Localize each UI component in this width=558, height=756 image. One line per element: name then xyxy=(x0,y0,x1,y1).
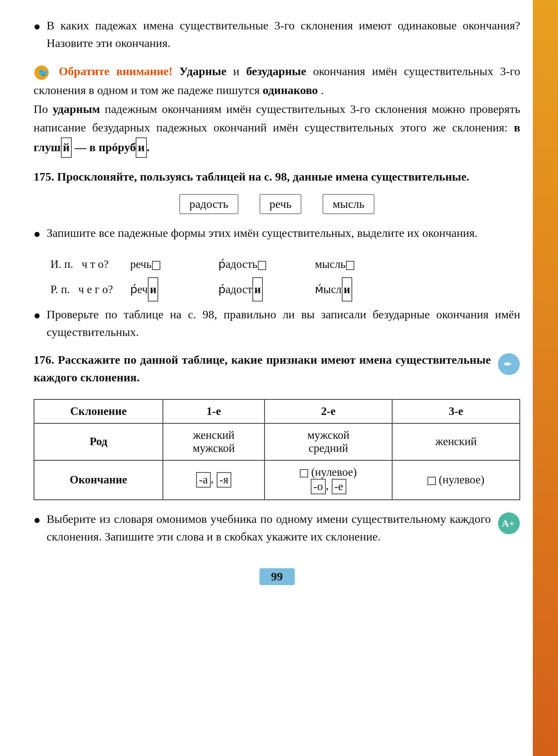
table-header-2e: 2-е xyxy=(265,399,392,423)
question-last: ● Выберите из словаря омонимов учебника … xyxy=(34,510,491,546)
ending-a: -а xyxy=(196,472,211,488)
word-box-radost: радость xyxy=(179,194,238,214)
right-border-decoration xyxy=(533,0,558,756)
table-row-okon: Окончание -а, -я (нулевое) -о, -е (нулев… xyxy=(34,460,520,500)
word-box-mysl: мысль xyxy=(322,194,375,214)
decl-label-2: Р. п. ч е г о? xyxy=(50,278,126,301)
bullet-last: ● xyxy=(34,511,41,529)
a-bookmark-icon: A+ xyxy=(498,512,520,535)
declension-rows: И. п. ч т о? речь р́адость мысль Р. п. ч… xyxy=(50,253,520,302)
svg-text:A+: A+ xyxy=(502,518,515,529)
exercise-175-header: 175. Просклоняйте, пользуясь таблицей на… xyxy=(34,168,520,186)
exercise-175-text: Просклоняйте, пользуясь таблицей на с. 9… xyxy=(57,170,469,183)
attention-title: Обратите внимание! xyxy=(59,65,173,78)
exercise-175-num: 175. xyxy=(34,170,54,183)
decl-row-1: И. п. ч т о? речь р́адость мысль xyxy=(50,253,520,276)
page-number: 99 xyxy=(259,568,295,585)
table-cell-okon-1: -а, -я xyxy=(163,460,265,500)
attention-block: 🐦 Обратите внимание! Ударные и безударны… xyxy=(34,62,520,158)
page-number-container: 99 xyxy=(34,568,520,585)
question-last-text: Выберите из словаря омонимов учебника по… xyxy=(47,510,491,546)
table-cell-rod-3: женский xyxy=(392,423,520,460)
exercise-176-num: 176. xyxy=(34,353,54,366)
ending-e: -е xyxy=(332,479,346,494)
svg-text:🐦: 🐦 xyxy=(38,67,50,79)
bullet-175-2: ● xyxy=(34,307,41,324)
attention-bold2: безударные xyxy=(246,65,306,78)
example-box1: й xyxy=(61,137,72,158)
pen-bookmark-icon: ✒ xyxy=(498,353,520,375)
sub-text-175: Запишите все падежные формы этих имён су… xyxy=(47,224,477,242)
table-header-sklonenie: Склонение xyxy=(34,399,163,423)
decl-radost-2: р́адости xyxy=(218,277,311,302)
radost-box-2: и xyxy=(252,277,263,302)
decl-row-2: Р. п. ч е г о? р́ечи р́адости м́ысли xyxy=(50,277,520,302)
ending-ya: -я xyxy=(217,472,231,488)
attention-line2-post: падежным окончаниям имён существительных… xyxy=(34,102,520,134)
table-cell-okon-2: (нулевое) -о, -е xyxy=(265,460,392,500)
attention-bold3: одинаково xyxy=(262,84,318,97)
decl-mysl-2: м́ысли xyxy=(315,277,399,302)
table-header-3e: 3-е xyxy=(392,399,520,423)
mysl-box-2: и xyxy=(342,277,353,302)
attention-mid3: . xyxy=(321,84,324,97)
bullet-1: ● xyxy=(34,18,41,35)
decl-rech-2: р́ечи xyxy=(130,277,214,302)
word-boxes: радость речь мысль xyxy=(34,194,520,214)
table-header-1e: 1-е xyxy=(163,399,265,423)
exercise-176-text: Расскажите по данной таблице, какие приз… xyxy=(34,353,491,384)
svg-text:✒: ✒ xyxy=(503,358,513,370)
mysl-box-1 xyxy=(346,261,354,270)
decl-rech-1: речь xyxy=(130,253,214,276)
decl-radost-1: р́адость xyxy=(218,253,311,276)
question-175-sub2: ● Проверьте по таблице на с. 98, правиль… xyxy=(34,306,520,341)
table-row-rod: Род женскиймужской мужскойсредний женски… xyxy=(34,423,520,460)
table-cell-rod-label: Род xyxy=(34,423,163,460)
question-1-text: В каких падежах имена существительные 3-… xyxy=(47,17,520,52)
decl-mysl-1: мысль xyxy=(315,253,399,276)
table-cell-okon-label: Окончание xyxy=(34,460,163,500)
table-176: Склонение 1-е 2-е 3-е Род женскиймужской… xyxy=(34,399,520,500)
bullet-175: ● xyxy=(34,225,41,243)
table-cell-rod-1: женскиймужской xyxy=(163,423,265,460)
decl-label-1: И. п. ч т о? xyxy=(50,253,126,276)
attention-bold1: Ударные xyxy=(179,65,226,78)
exercise-176-header: 176. Расскажите по данной таблице, какие… xyxy=(34,351,491,386)
word-box-rech: речь xyxy=(259,194,302,214)
ending-empty-3 xyxy=(427,477,436,485)
attention-line2-pre: По xyxy=(34,102,52,116)
radost-box-1 xyxy=(258,261,266,270)
ending-o: -о xyxy=(311,479,326,494)
sub-text-175-2: Проверьте по таблице на с. 98, правильно… xyxy=(47,306,520,341)
attention-bold4: ударным xyxy=(52,102,100,116)
attention-mid1: и xyxy=(233,65,246,78)
rech-box-2: и xyxy=(148,277,159,302)
ending-empty-2 xyxy=(300,469,308,478)
rech-box-1 xyxy=(152,261,160,270)
example-box2: и xyxy=(136,137,147,158)
table-cell-okon-3: (нулевое) xyxy=(392,460,520,500)
attention-icon: 🐦 xyxy=(34,65,50,81)
question-1: ● В каких падежах имена существительные … xyxy=(34,17,520,52)
question-175-sub: ● Запишите все падежные формы этих имён … xyxy=(34,224,520,243)
table-cell-rod-2: мужскойсредний xyxy=(265,423,392,460)
